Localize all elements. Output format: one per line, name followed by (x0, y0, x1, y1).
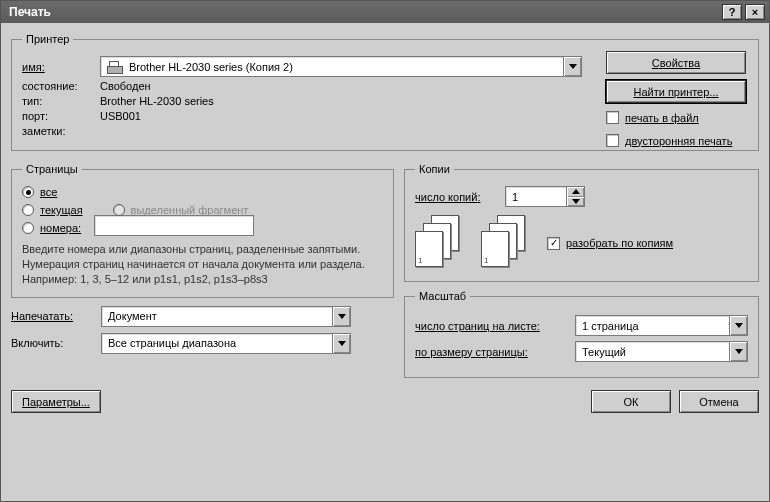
pages-all-radio[interactable]: все (22, 186, 83, 198)
checkbox-box-icon (606, 111, 619, 124)
printer-group: Принтер имя: Brother HL-2030 series (Коп… (11, 33, 759, 151)
printer-legend: Принтер (22, 33, 73, 45)
copies-value: 1 (506, 187, 566, 206)
chevron-down-icon (729, 342, 747, 361)
ok-button[interactable]: ОК (591, 390, 671, 413)
cancel-button[interactable]: Отмена (679, 390, 759, 413)
copies-count-label: число копий: (415, 191, 505, 203)
copies-group: Копии число копий: 1 3 (404, 163, 759, 282)
printer-state-value: Свободен (100, 80, 151, 92)
close-icon: × (752, 6, 758, 18)
spin-down-icon[interactable] (567, 197, 584, 207)
find-printer-button[interactable]: Найти принтер... (606, 80, 746, 103)
printer-name-combo[interactable]: Brother HL-2030 series (Копия 2) (100, 56, 582, 77)
spin-up-icon[interactable] (567, 187, 584, 197)
printer-name-label: имя: (22, 61, 100, 73)
printer-type-label: тип: (22, 95, 100, 107)
scale-group: Масштаб число страниц на листе: 1 страни… (404, 290, 759, 378)
radio-icon (113, 204, 125, 216)
fit-to-page-label: по размеру страницы: (415, 346, 575, 358)
print-what-combo[interactable]: Документ (101, 306, 351, 327)
help-button[interactable]: ? (722, 4, 742, 20)
window-title: Печать (5, 5, 51, 19)
printer-port-label: порт: (22, 110, 100, 122)
titlebar: Печать ? × (1, 1, 769, 23)
printer-notes-label: заметки: (22, 125, 100, 137)
printer-type-value: Brother HL-2030 series (100, 95, 214, 107)
print-to-file-checkbox[interactable]: печать в файл (606, 111, 746, 124)
radio-icon (22, 222, 34, 234)
pages-group: Страницы все текущая (11, 163, 394, 298)
pages-legend: Страницы (22, 163, 82, 175)
printer-port-value: USB001 (100, 110, 141, 122)
help-icon: ? (729, 6, 736, 18)
checkbox-box-icon: ✓ (547, 237, 560, 250)
chevron-down-icon (729, 316, 747, 335)
fit-to-page-combo[interactable]: Текущий (575, 341, 748, 362)
include-combo[interactable]: Все страницы диапазона (101, 333, 351, 354)
print-dialog: Печать ? × Принтер имя: Brother HL-2030 … (0, 0, 770, 502)
pages-numbers-radio[interactable]: номера: (22, 222, 83, 234)
pages-per-sheet-label: число страниц на листе: (415, 320, 575, 332)
chevron-down-icon (332, 334, 350, 353)
radio-icon (22, 204, 34, 216)
scale-legend: Масштаб (415, 290, 470, 302)
printer-name-value: Brother HL-2030 series (Копия 2) (129, 61, 293, 73)
copies-spinner[interactable]: 1 (505, 186, 585, 207)
properties-button[interactable]: Свойства (606, 51, 746, 74)
checkbox-box-icon (606, 134, 619, 147)
close-button[interactable]: × (745, 4, 765, 20)
pages-hint: Введите номера или диапазоны страниц, ра… (22, 242, 383, 287)
include-label: Включить: (11, 337, 101, 349)
print-what-label: Напечатать: (11, 310, 101, 322)
options-button[interactable]: Параметры... (11, 390, 101, 413)
radio-icon (22, 186, 34, 198)
pages-selection-radio: выделенный фрагмент (113, 204, 249, 216)
pages-per-sheet-combo[interactable]: 1 страница (575, 315, 748, 336)
collate-preview-2: 3 2 1 (481, 215, 531, 271)
chevron-down-icon (332, 307, 350, 326)
copies-legend: Копии (415, 163, 454, 175)
printer-icon (107, 61, 123, 73)
duplex-checkbox[interactable]: двусторонняя печать (606, 134, 746, 147)
collate-checkbox[interactable]: ✓ разобрать по копиям (547, 237, 673, 250)
chevron-down-icon (563, 57, 581, 76)
collate-preview-1: 3 2 1 (415, 215, 465, 271)
pages-current-radio[interactable]: текущая (22, 204, 83, 216)
printer-state-label: состояние: (22, 80, 100, 92)
